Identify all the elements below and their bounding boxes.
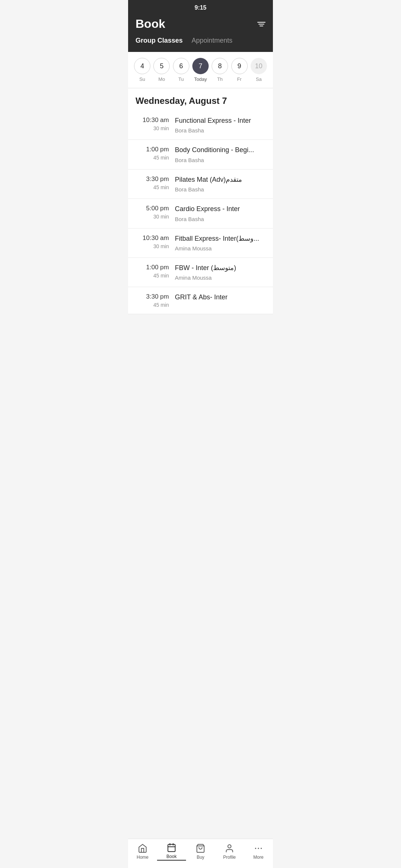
class-time-main-3: 3:30 pm <box>136 175 169 183</box>
class-name-2: Body Conditioning - Begi... <box>175 146 265 154</box>
filter-icon-line3 <box>260 26 263 26</box>
filter-icon-line1 <box>257 22 265 23</box>
day-number-8: 8 <box>212 58 228 74</box>
class-duration-2: 45 min <box>136 155 169 161</box>
day-label-th: Th <box>217 76 223 82</box>
date-heading-text: Wednesday, August 7 <box>136 96 227 106</box>
classes-list: 10:30 am 30 min Functional Express - Int… <box>128 111 273 314</box>
day-label-sa: Sa <box>256 76 262 82</box>
class-name-1: Functional Express - Inter <box>175 116 265 125</box>
day-number-9: 9 <box>231 58 248 74</box>
class-name-7: GRIT & Abs- Inter <box>175 293 265 302</box>
day-item-th[interactable]: 8 Th <box>212 58 228 82</box>
class-duration-1: 30 min <box>136 125 169 131</box>
class-item-2[interactable]: 1:00 pm 45 min Body Conditioning - Begi.… <box>128 140 273 169</box>
day-item-fr[interactable]: 9 Fr <box>231 58 248 82</box>
class-name-5: Fitball Express- Inter(وسط... <box>175 234 265 243</box>
class-duration-5: 30 min <box>136 243 169 249</box>
class-instructor-2: Bora Basha <box>175 157 265 163</box>
class-time-main-1: 10:30 am <box>136 116 169 124</box>
day-number-5: 5 <box>153 58 170 74</box>
day-label-mo: Mo <box>158 76 165 82</box>
header: Book <box>128 14 273 37</box>
class-info-5: Fitball Express- Inter(وسط... Amina Mous… <box>175 234 265 251</box>
class-duration-7: 45 min <box>136 302 169 308</box>
day-label-su: Su <box>139 76 145 82</box>
class-info-7: GRIT & Abs- Inter <box>175 293 265 304</box>
class-duration-3: 45 min <box>136 184 169 190</box>
class-item-4[interactable]: 5:00 pm 30 min Cardio Express - Inter Bo… <box>128 199 273 228</box>
day-label-tu: Tu <box>178 76 184 82</box>
class-item-6[interactable]: 1:00 pm 45 min FBW - Inter (متوسط) Amina… <box>128 258 273 287</box>
class-time-4: 5:00 pm 30 min <box>136 205 169 220</box>
day-number-6: 6 <box>173 58 189 74</box>
day-number-4: 4 <box>134 58 150 74</box>
filter-icon-line2 <box>258 24 264 24</box>
calendar-strip: 4 Su 5 Mo 6 Tu 7 Today 8 Th 9 Fr 10 Sa <box>128 52 273 88</box>
filter-button[interactable] <box>257 22 265 26</box>
day-item-su[interactable]: 4 Su <box>134 58 150 82</box>
day-item-today[interactable]: 7 Today <box>192 58 209 82</box>
class-time-main-7: 3:30 pm <box>136 293 169 300</box>
class-time-5: 10:30 am 30 min <box>136 234 169 249</box>
class-info-3: Pilates Mat (Adv)متقدم Bora Basha <box>175 175 265 193</box>
day-label-fr: Fr <box>237 76 241 82</box>
date-heading: Wednesday, August 7 <box>128 88 273 111</box>
class-instructor-3: Bora Basha <box>175 186 265 193</box>
tab-bar: Group Classes Appointments <box>128 37 273 52</box>
class-item-3[interactable]: 3:30 pm 45 min Pilates Mat (Adv)متقدم Bo… <box>128 170 273 199</box>
class-item-7[interactable]: 3:30 pm 45 min GRIT & Abs- Inter <box>128 287 273 314</box>
class-time-main-6: 1:00 pm <box>136 264 169 271</box>
tab-group-classes[interactable]: Group Classes <box>136 37 183 46</box>
class-time-main-2: 1:00 pm <box>136 146 169 153</box>
class-item-5[interactable]: 10:30 am 30 min Fitball Express- Inter(و… <box>128 228 273 258</box>
class-instructor-5: Amina Moussa <box>175 245 265 251</box>
class-item-1[interactable]: 10:30 am 30 min Functional Express - Int… <box>128 111 273 140</box>
class-info-1: Functional Express - Inter Bora Basha <box>175 116 265 134</box>
class-duration-4: 30 min <box>136 214 169 220</box>
class-time-main-5: 10:30 am <box>136 234 169 242</box>
class-instructor-4: Bora Basha <box>175 216 265 222</box>
class-time-1: 10:30 am 30 min <box>136 116 169 131</box>
class-time-main-4: 5:00 pm <box>136 205 169 212</box>
class-instructor-6: Amina Moussa <box>175 274 265 281</box>
day-number-7: 7 <box>192 58 209 74</box>
day-number-10: 10 <box>251 58 267 74</box>
class-name-4: Cardio Express - Inter <box>175 205 265 213</box>
class-instructor-1: Bora Basha <box>175 127 265 134</box>
class-info-6: FBW - Inter (متوسط) Amina Moussa <box>175 264 265 281</box>
class-info-2: Body Conditioning - Begi... Bora Basha <box>175 146 265 163</box>
class-time-3: 3:30 pm 45 min <box>136 175 169 190</box>
status-time: 9:15 <box>195 4 206 11</box>
class-name-6: FBW - Inter (متوسط) <box>175 264 265 272</box>
status-bar: 9:15 <box>128 0 273 14</box>
class-info-4: Cardio Express - Inter Bora Basha <box>175 205 265 222</box>
class-time-2: 1:00 pm 45 min <box>136 146 169 161</box>
class-time-7: 3:30 pm 45 min <box>136 293 169 308</box>
day-item-mo[interactable]: 5 Mo <box>153 58 170 82</box>
day-item-tu[interactable]: 6 Tu <box>173 58 189 82</box>
class-duration-6: 45 min <box>136 273 169 279</box>
page-title: Book <box>136 17 165 31</box>
day-label-today: Today <box>194 76 207 82</box>
tab-appointments[interactable]: Appointments <box>192 37 232 46</box>
day-item-sa[interactable]: 10 Sa <box>251 58 267 82</box>
class-time-6: 1:00 pm 45 min <box>136 264 169 279</box>
class-name-3: Pilates Mat (Adv)متقدم <box>175 175 265 184</box>
